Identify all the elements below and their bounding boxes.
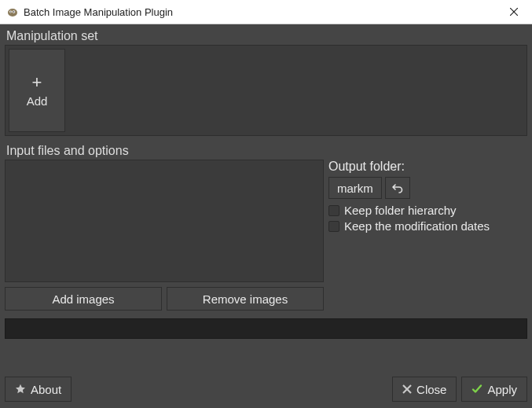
- remove-images-button[interactable]: Remove images: [167, 287, 324, 311]
- status-strip: [5, 318, 527, 339]
- close-x-icon: [402, 384, 412, 394]
- close-button[interactable]: Close: [392, 377, 457, 402]
- undo-icon: [392, 182, 403, 193]
- input-options-row: Add images Remove images Output folder: …: [5, 160, 527, 311]
- keep-dates-label: Keep the modification dates: [344, 219, 490, 233]
- about-button[interactable]: About: [5, 377, 72, 402]
- dialog-content: Manipulation set + Add Input files and o…: [0, 24, 532, 408]
- apply-label: Apply: [487, 383, 517, 396]
- plus-icon: +: [32, 74, 42, 91]
- svg-point-0: [8, 9, 17, 17]
- output-folder-label: Output folder:: [328, 160, 527, 174]
- output-folder-reset-button[interactable]: [385, 177, 410, 199]
- options-column: Output folder: markm Keep folder hierarc…: [328, 160, 527, 311]
- add-manipulation-button[interactable]: + Add: [9, 49, 65, 132]
- add-images-button[interactable]: Add images: [5, 287, 162, 311]
- titlebar: Batch Image Manipulation Plugin: [0, 0, 532, 24]
- about-label: About: [31, 383, 61, 396]
- checkbox-box: [328, 221, 339, 232]
- keep-dates-checkbox[interactable]: Keep the modification dates: [328, 219, 527, 233]
- output-folder-row: markm: [328, 177, 527, 199]
- check-icon: [471, 384, 482, 395]
- close-icon: [510, 8, 518, 16]
- svg-point-3: [10, 11, 11, 12]
- keep-hierarchy-checkbox[interactable]: Keep folder hierarchy: [328, 204, 527, 217]
- star-icon: [15, 384, 26, 395]
- add-manipulation-label: Add: [27, 94, 48, 108]
- keep-hierarchy-label: Keep folder hierarchy: [344, 204, 457, 217]
- gimp-icon: [6, 6, 19, 18]
- input-files-label: Input files and options: [5, 144, 527, 158]
- dialog-footer: About Close Apply: [5, 370, 527, 402]
- apply-button[interactable]: Apply: [461, 377, 527, 402]
- manipulation-set-label: Manipulation set: [5, 29, 527, 43]
- checkbox-box: [328, 205, 339, 216]
- window-title: Batch Image Manipulation Plugin: [24, 6, 496, 18]
- close-label: Close: [416, 383, 446, 396]
- manipulation-set-area: + Add: [5, 45, 527, 136]
- input-file-list[interactable]: [5, 160, 324, 282]
- svg-point-4: [13, 11, 15, 13]
- window-close-button[interactable]: [496, 0, 532, 24]
- file-buttons-row: Add images Remove images: [5, 287, 324, 311]
- file-column: Add images Remove images: [5, 160, 324, 311]
- output-folder-select[interactable]: markm: [328, 177, 382, 199]
